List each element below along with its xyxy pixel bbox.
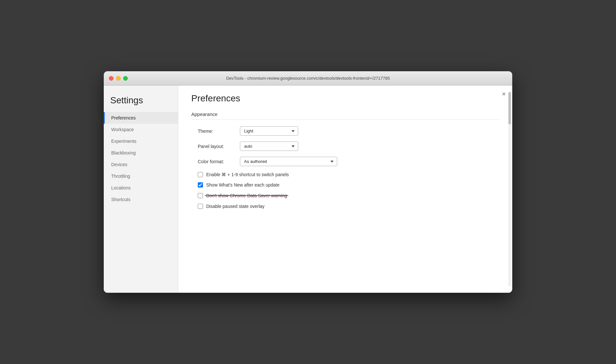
panel-layout-select[interactable]: auto horizontal vertical [240,142,298,151]
whats-new-checkbox[interactable] [198,182,203,188]
data-saver-label: Don't show Chrome Data Saver warning [206,193,287,198]
window-title: DevTools - chromium-review.googlesource.… [226,76,390,81]
maximize-traffic-light[interactable] [123,76,128,81]
sidebar-item-experiments[interactable]: Experiments [104,135,178,147]
sidebar-item-shortcuts[interactable]: Shortcuts [104,194,178,205]
paused-state-label: Disable paused state overlay [206,204,265,209]
cmd-shortcut-checkbox[interactable] [198,172,203,177]
cmd-shortcut-row: Enable ⌘ + 1-9 shortcut to switch panels [198,172,499,177]
theme-select[interactable]: Light Dark System default [240,126,298,136]
sidebar-item-locations[interactable]: Locations [104,182,178,194]
sidebar: Settings Preferences Workspace Experimen… [104,85,178,293]
minimize-traffic-light[interactable] [116,76,121,81]
cmd-shortcut-label: Enable ⌘ + 1-9 shortcut to switch panels [206,172,289,177]
mac-window: DevTools - chromium-review.googlesource.… [104,71,512,293]
scrollbar-track[interactable] [508,92,511,286]
sidebar-item-blackboxing[interactable]: Blackboxing [104,147,178,159]
scrollbar-thumb[interactable] [508,92,511,124]
whats-new-label: Show What's New after each update [206,182,279,188]
sidebar-item-preferences[interactable]: Preferences [104,112,178,124]
sidebar-heading: Settings [104,92,178,112]
appearance-section: Appearance Theme: Light Dark System defa… [191,111,499,209]
sidebar-item-workspace[interactable]: Workspace [104,124,178,135]
theme-label: Theme: [198,129,240,134]
panel-layout-row: Panel layout: auto horizontal vertical [198,142,499,151]
data-saver-label-wrapper: Don't show Chrome Data Saver warning [206,193,287,199]
main-content: × Preferences Appearance Theme: Light Da… [178,85,512,293]
page-title: Preferences [191,93,499,104]
whats-new-row: Show What's New after each update [198,182,499,188]
sidebar-item-throttling[interactable]: Throttling [104,170,178,182]
traffic-lights [109,76,128,81]
window-body: Settings Preferences Workspace Experimen… [104,85,512,293]
data-saver-row: Don't show Chrome Data Saver warning [198,193,499,199]
color-format-row: Color format: As authored HEX RGB HSL [198,157,499,166]
sidebar-nav: Preferences Workspace Experiments Blackb… [104,112,178,205]
appearance-section-title: Appearance [191,111,499,120]
paused-state-row: Disable paused state overlay [198,204,499,209]
color-format-label: Color format: [198,159,240,164]
close-traffic-light[interactable] [109,76,113,81]
close-button[interactable]: × [502,91,506,97]
paused-state-checkbox[interactable] [198,204,203,209]
sidebar-item-devices[interactable]: Devices [104,159,178,170]
panel-layout-label: Panel layout: [198,144,240,149]
title-bar: DevTools - chromium-review.googlesource.… [104,71,512,85]
color-format-select[interactable]: As authored HEX RGB HSL [240,157,337,166]
data-saver-checkbox[interactable] [198,193,203,198]
theme-row: Theme: Light Dark System default [198,126,499,136]
